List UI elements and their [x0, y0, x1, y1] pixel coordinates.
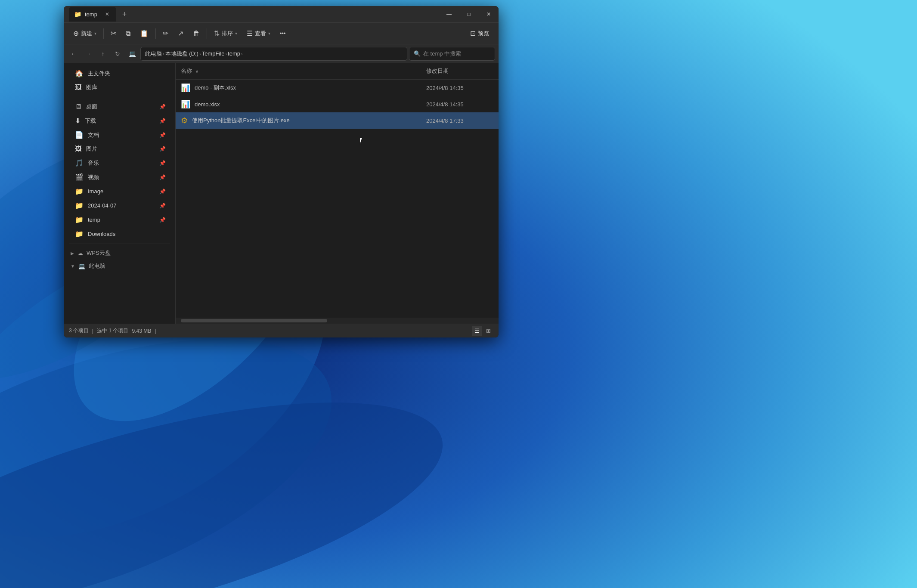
svg-point-5 [0, 356, 464, 588]
xlsx-icon-2: 📊 [181, 99, 190, 109]
sidebar-item-temp-folder[interactable]: 📁 temp 📌 [66, 213, 173, 226]
view-toggle-buttons: ☰ ⊞ [472, 326, 493, 336]
sidebar-item-music[interactable]: 🎵 音乐 📌 [66, 156, 173, 170]
wps-chevron: ▶ [71, 251, 74, 256]
sidebar-item-2024folder[interactable]: 📁 2024-04-07 📌 [66, 199, 173, 212]
sidebar-item-downloads-folder[interactable]: 📁 Downloads [66, 227, 173, 241]
folder-icon-4: 📁 [75, 230, 84, 238]
sort-button[interactable]: ⇅ 排序 ▾ [210, 26, 242, 41]
refresh-button[interactable]: ↻ [111, 47, 124, 60]
active-tab[interactable]: 📁 temp ✕ [69, 7, 116, 22]
sidebar-pictures-label: 图片 [86, 145, 97, 153]
file-row-2[interactable]: 📊 demo.xlsx 2024/4/8 14:35 [176, 96, 499, 112]
path-segment-pc: 此电脑 [145, 50, 162, 58]
pin-icon-8: 📌 [159, 203, 166, 209]
cut-button[interactable]: ✂ [106, 26, 121, 41]
column-header-name[interactable]: 名称 ∧ [176, 65, 421, 77]
new-button[interactable]: ⊕ 新建 ▾ [69, 26, 101, 41]
path-segment-tempfile: TempFile [202, 50, 225, 57]
view-label: 查看 [255, 30, 266, 37]
file-name-2: 📊 demo.xlsx [176, 99, 421, 109]
toolbar-divider-2 [155, 28, 156, 39]
sidebar-temp-label: temp [88, 217, 100, 223]
sidebar-item-downloads[interactable]: ⬇ 下载 📌 [66, 114, 173, 127]
items-count: 3 个项目 [69, 327, 89, 334]
share-button[interactable]: ↗ [173, 26, 188, 41]
file-row-1[interactable]: 📊 demo - 副本.xlsx 2024/4/8 14:35 [176, 80, 499, 96]
xlsx-icon-1: 📊 [181, 83, 190, 93]
sidebar-downloads-label: 下载 [85, 117, 96, 125]
path-segment-disk: 本地磁盘 (D:) [165, 50, 198, 58]
close-button[interactable]: ✕ [479, 6, 499, 22]
pc-icon: 💻 [129, 50, 136, 57]
pin-icon-6: 📌 [159, 174, 166, 180]
window-controls: — □ ✕ [439, 6, 499, 22]
sidebar-item-videos[interactable]: 🎬 视频 📌 [66, 170, 173, 184]
file-name-1: 📊 demo - 副本.xlsx [176, 83, 421, 93]
sidebar-desktop-label: 桌面 [86, 103, 97, 111]
pin-icon-5: 📌 [159, 160, 166, 166]
sidebar-item-home[interactable]: 🏠 主文件夹 [66, 67, 173, 80]
desktop-icon: 🖥 [75, 103, 82, 111]
sidebar-item-pictures[interactable]: 🖼 图片 📌 [66, 142, 173, 155]
maximize-button[interactable]: □ [459, 6, 479, 22]
preview-icon: ⊡ [470, 29, 476, 37]
folder-icon-3: 📁 [75, 216, 84, 224]
file-row-3[interactable]: ⚙ 使用Python批量提取Excel中的图片.exe 2024/4/8 17:… [176, 112, 499, 129]
preview-button[interactable]: ⊡ 预览 [466, 26, 493, 41]
new-tab-button[interactable]: + [118, 8, 131, 21]
view-button[interactable]: ☰ 查看 ▾ [242, 26, 275, 41]
this-pc-icon: 💻 [78, 263, 85, 269]
wps-cloud-section[interactable]: ▶ ☁ WPS云盘 [64, 247, 175, 260]
tab-close-button[interactable]: ✕ [103, 10, 111, 18]
toolbar-divider-1 [103, 28, 104, 39]
sidebar: 🏠 主文件夹 🖼 图库 🖥 桌面 📌 ⬇ 下载 📌 📄 文档 📌 [64, 63, 176, 324]
pin-icon-9: 📌 [159, 217, 166, 223]
sidebar-item-desktop[interactable]: 🖥 桌面 📌 [66, 100, 173, 113]
sidebar-item-image-folder[interactable]: 📁 Image 📌 [66, 185, 173, 198]
forward-button[interactable]: → [82, 47, 95, 60]
file-date-1: 2024/4/8 14:35 [421, 85, 499, 91]
downloads-icon: ⬇ [75, 117, 81, 125]
more-button[interactable]: ••• [276, 26, 290, 41]
minimize-button[interactable]: — [439, 6, 459, 22]
pictures-icon: 🖼 [75, 145, 82, 153]
title-bar: 📁 temp ✕ + — □ ✕ [64, 6, 499, 22]
more-icon: ••• [280, 30, 286, 37]
sidebar-item-documents[interactable]: 📄 文档 📌 [66, 128, 173, 142]
file-size: 9.43 MB [132, 328, 151, 334]
status-bar: 3 个项目 | 选中 1 个项目 9.43 MB | ☰ ⊞ [64, 324, 499, 337]
tab-area: 📁 temp ✕ + [69, 7, 439, 22]
cut-icon: ✂ [111, 29, 116, 37]
copy-button[interactable]: ⧉ [121, 26, 135, 41]
content-area: 🏠 主文件夹 🖼 图库 🖥 桌面 📌 ⬇ 下载 📌 📄 文档 📌 [64, 63, 499, 324]
address-path[interactable]: 此电脑 › 本地磁盘 (D:) › TempFile › temp › [140, 47, 407, 61]
sort-icon: ⇅ [214, 29, 220, 37]
delete-button[interactable]: 🗑 [189, 26, 204, 41]
rename-button[interactable]: ✏ [158, 26, 173, 41]
path-segment-temp: temp [228, 50, 240, 57]
search-placeholder: 在 temp 中搜索 [423, 50, 461, 58]
wps-label: WPS云盘 [87, 249, 111, 257]
list-view-button[interactable]: ☰ [472, 326, 482, 336]
selected-count: 选中 1 个项目 [97, 327, 128, 334]
preview-label: 预览 [478, 30, 489, 37]
grid-view-button[interactable]: ⊞ [483, 326, 493, 336]
search-box[interactable]: 🔍 在 temp 中搜索 [409, 47, 495, 61]
sort-arrow: ∧ [195, 69, 198, 74]
pin-icon-7: 📌 [159, 189, 166, 195]
search-icon: 🔍 [414, 50, 421, 57]
up-button[interactable]: ↑ [96, 47, 109, 60]
folder-icon-2: 📁 [75, 201, 84, 210]
this-pc-section[interactable]: ▼ 💻 此电脑 [64, 260, 175, 272]
scrollbar-thumb[interactable] [181, 319, 327, 322]
column-header-date[interactable]: 修改日期 [421, 65, 499, 77]
location-icon-btn[interactable]: 💻 [126, 47, 139, 60]
sidebar-item-gallery[interactable]: 🖼 图库 [66, 81, 173, 94]
paste-button[interactable]: 📋 [136, 26, 153, 41]
horizontal-scrollbar[interactable] [176, 318, 499, 324]
sidebar-gallery-label: 图库 [86, 84, 97, 91]
delete-icon: 🗑 [193, 30, 200, 37]
videos-icon: 🎬 [75, 173, 84, 181]
back-button[interactable]: ← [67, 47, 80, 60]
